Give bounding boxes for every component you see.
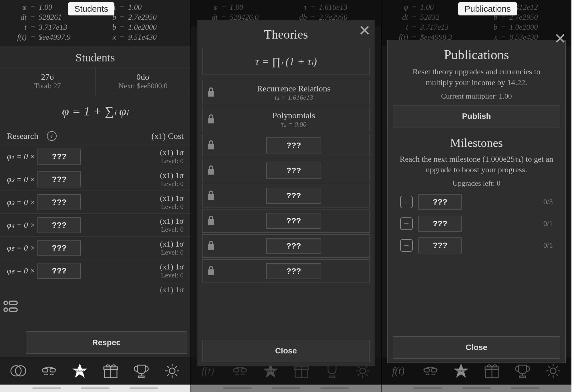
close-icon[interactable]: ✕ [554,30,567,47]
bottom-nav: 2433330 [0,357,190,385]
publications-desc: Reset theory upgrades and currencies to … [392,65,561,92]
research-row[interactable]: φ₅ = 0 ×??? (x1) 1σLevel: 0 [0,236,190,259]
theory-row-locked[interactable]: ??? [202,234,370,258]
mystery-box: ??? [37,149,81,165]
gear-icon[interactable] [162,361,182,381]
svg-point-0 [4,301,7,305]
lock-icon [207,140,216,151]
lock-icon [207,240,216,252]
theory-row-locked[interactable]: ??? [202,259,370,283]
svg-rect-1 [9,301,17,305]
svg-point-5 [15,366,26,376]
lock-icon [207,114,216,125]
milestone-row: − ??? 0/3 [392,191,561,213]
phi-formula: φ = 1 + ∑ᵢ φᵢ [0,95,190,127]
research-row[interactable]: φ₆ = 0 ×??? (x1) 1σLevel: 0 [0,259,190,282]
svg-text:2433330: 2433330 [74,369,86,373]
research-row[interactable]: φ₃ = 0 ×??? (x1) 1σLevel: 0 [0,191,190,213]
publish-button[interactable]: Publish [393,105,560,127]
panel-publications: Publications φ=1.00 dt=52832 t=3.717e13 … [381,0,571,392]
close-button[interactable]: Close [393,336,560,359]
research-header: Research i (x1) Cost [0,127,190,145]
info-icon[interactable]: i [47,131,57,141]
svg-point-4 [11,366,21,376]
publications-dialog: ✕ Publications Reset theory upgrades and… [387,40,566,363]
venn-icon[interactable] [9,361,28,381]
current-multiplier: Current multiplier: 1.00 [392,92,561,104]
gift-icon[interactable] [101,361,120,381]
theories-dialog: ✕ Theories τ = ∏ᵢ (1 + τᵢ) Recurrence Re… [197,20,375,366]
theory-row-locked[interactable]: ??? [202,184,370,207]
tau-formula: τ = ∏ᵢ (1 + τᵢ) [202,48,370,75]
students-title: Students [0,46,190,67]
minus-button[interactable]: − [400,217,413,230]
research-row[interactable]: φ₂ = 0 ×??? (x1) 1σLevel: 0 [0,168,190,191]
svg-rect-14 [138,376,144,378]
upgrades-left: Upgrades left: 0 [392,179,561,191]
tag-students: Students [68,2,114,15]
lock-icon [207,165,216,176]
glasses-icon[interactable] [39,361,59,381]
respec-button[interactable]: Respec [26,331,187,354]
milestones-title: Milestones [392,129,561,153]
milestones-desc: Reach the next milestone (1.000e25τ₁) to… [392,153,561,179]
close-button[interactable]: Close [202,340,370,362]
research-row[interactable]: (x1) 1σ [0,282,190,297]
lock-icon [207,215,216,227]
svg-point-15 [169,368,175,374]
sigma-summary: 27σ Total: 27 0dσ Next: $ee5000.0 [0,67,190,95]
theory-row-locked[interactable]: ??? [202,134,370,157]
home-indicator [0,385,190,392]
view-toggle-icon[interactable] [2,298,18,314]
panel-students: Students φ=1.00 dt=528261 t=3.717e13 f(t… [0,0,190,392]
mystery-box: ??? [266,137,321,153]
research-list: φ₁ = 0 ×??? (x1) 1σLevel: 0 φ₂ = 0 ×??? … [0,145,190,328]
theory-row[interactable]: Recurrence Relationsτ₁ = 1.616e13 [202,80,370,105]
theories-title: Theories [201,23,371,45]
research-row[interactable]: φ₄ = 0 ×??? (x1) 1σLevel: 0 [0,213,190,236]
mystery-box: ??? [418,194,462,210]
trophy-icon[interactable] [132,361,151,381]
publications-title: Publications [392,43,561,65]
svg-rect-3 [9,308,17,311]
lock-icon [207,87,216,98]
lock-icon [207,190,216,201]
star-badge-icon[interactable]: 2433330 [70,361,90,381]
minus-button[interactable]: − [400,239,413,252]
milestone-count: 0/3 [543,198,553,206]
theory-row[interactable]: Polynomialsτ₂ = 0.00 [202,107,370,132]
milestone-row: − ??? 0/1 [392,235,561,256]
milestone-row: − ??? 0/1 [392,213,561,235]
panel-theories: φ=1.00 dt=528426.0 τ=1.616e13 db=2.7e295… [190,0,381,392]
research-row[interactable]: φ₁ = 0 ×??? (x1) 1σLevel: 0 [0,145,190,168]
svg-point-2 [4,308,7,311]
tag-publications: Publications [458,2,517,15]
theory-row-locked[interactable]: ??? [202,209,370,233]
minus-button[interactable]: − [400,196,413,208]
close-icon[interactable]: ✕ [358,22,371,39]
lock-icon [207,265,216,277]
theory-row-locked[interactable]: ??? [202,159,370,182]
